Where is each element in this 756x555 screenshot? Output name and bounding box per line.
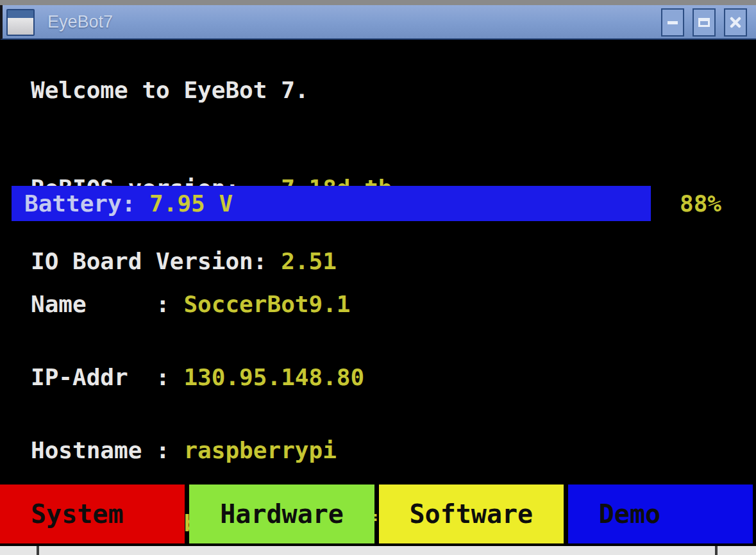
maximize-square-icon xyxy=(698,18,710,27)
system-button[interactable]: System xyxy=(0,485,185,543)
info-value: 130.95.148.80 xyxy=(183,364,364,390)
hardware-button[interactable]: Hardware xyxy=(189,485,374,543)
window-controls xyxy=(661,8,747,37)
software-button[interactable]: Software xyxy=(379,485,564,543)
battery-label: Battery: xyxy=(24,190,149,217)
maximize-button[interactable] xyxy=(693,8,716,37)
window-border-line xyxy=(37,546,39,555)
minimize-button[interactable] xyxy=(661,8,684,37)
window-title: EyeBot7 xyxy=(47,5,113,38)
eyebot-window: EyeBot7 Welcome to EyeBot 7. RoBIOS vers… xyxy=(0,0,756,555)
desktop-bottom-edge xyxy=(0,546,756,555)
battery-gauge: Battery: 7.95 V xyxy=(12,186,738,221)
info-value: SoccerBot9.1 xyxy=(183,291,350,317)
window-border-line xyxy=(715,546,718,555)
softkey-menu: System Hardware Software Demo xyxy=(0,485,756,543)
battery-percent: 88% xyxy=(680,186,721,221)
close-button[interactable] xyxy=(724,8,747,37)
info-value: raspberrypi xyxy=(183,437,336,463)
minimize-dash-icon xyxy=(668,21,678,24)
demo-button[interactable]: Demo xyxy=(568,485,753,543)
info-label: Name : xyxy=(31,291,183,317)
titlebar[interactable]: EyeBot7 xyxy=(0,5,756,40)
desktop-top-edge xyxy=(0,0,756,5)
window-icon xyxy=(6,9,35,36)
welcome-text: Welcome to EyeBot 7. xyxy=(31,78,308,103)
info-label: Hostname : xyxy=(31,437,183,463)
close-x-icon xyxy=(730,17,741,28)
info-row-name: Name : SoccerBot9.1 xyxy=(31,292,420,317)
info-row-hostname: Hostname : raspberrypi xyxy=(31,438,420,463)
battery-text: Battery: 7.95 V xyxy=(24,186,233,221)
battery-voltage: 7.95 V xyxy=(149,190,233,217)
info-label: IP-Addr : xyxy=(31,364,183,390)
info-row-ip-addr: IP-Addr : 130.95.148.80 xyxy=(31,365,420,390)
